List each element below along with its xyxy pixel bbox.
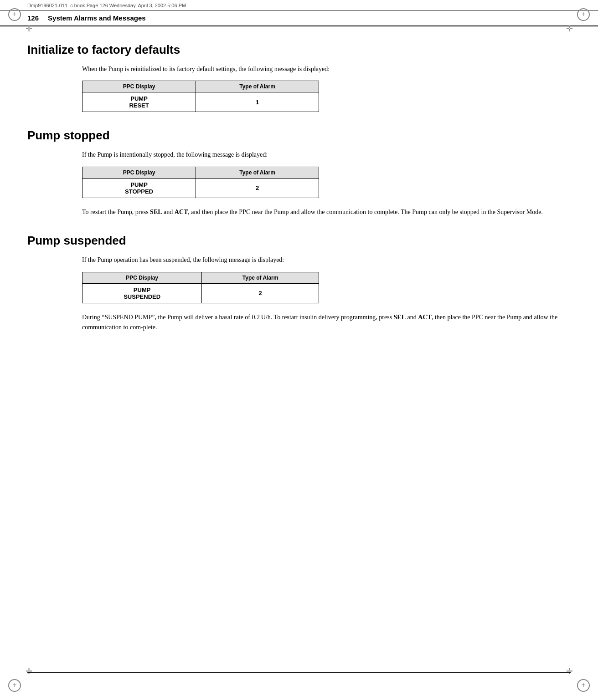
sel-bold-1: SEL bbox=[150, 209, 162, 215]
intro-pump-stopped: If the Pump is intentionally stopped, th… bbox=[0, 150, 598, 160]
cell-ppc-display-3: PUMP SUSPENDED bbox=[82, 283, 202, 303]
cell-line2: STOPPED bbox=[125, 188, 153, 195]
table-row: PUMP SUSPENDED 2 bbox=[82, 283, 319, 303]
table-wrapper-pump-suspended: PPC Display Type of Alarm PUMP SUSPENDED… bbox=[0, 272, 598, 303]
cell-line1: PUMP bbox=[130, 95, 148, 102]
cell-line1: PUMP bbox=[130, 181, 148, 188]
table-wrapper-initialize: PPC Display Type of Alarm PUMP RESET 1 bbox=[0, 81, 598, 112]
chapter-title: System Alarms and Messages bbox=[48, 14, 146, 22]
cell-ppc-display-1: PUMP RESET bbox=[82, 92, 196, 112]
cross-mark-top-left: ✛ bbox=[24, 24, 34, 34]
col-header-type-alarm-2: Type of Alarm bbox=[196, 167, 319, 178]
cell-alarm-type-3: 2 bbox=[202, 283, 319, 303]
cell-line2: SUSPENDED bbox=[124, 293, 160, 300]
table-wrapper-pump-stopped: PPC Display Type of Alarm PUMP STOPPED 2 bbox=[0, 167, 598, 198]
file-info: Dmp9196021-011_c.book Page 126 Wednesday… bbox=[27, 3, 186, 8]
sel-bold-2: SEL bbox=[394, 314, 406, 321]
cell-alarm-type-1: 1 bbox=[196, 92, 319, 112]
table-pump-stopped: PPC Display Type of Alarm PUMP STOPPED 2 bbox=[82, 167, 319, 198]
cell-ppc-display-2: PUMP STOPPED bbox=[82, 178, 196, 198]
after-text-pump-suspended: During “SUSPEND PUMP”, the Pump will del… bbox=[0, 312, 598, 333]
top-bar: Dmp9196021-011_c.book Page 126 Wednesday… bbox=[0, 0, 598, 10]
reg-mark-top-left bbox=[8, 8, 21, 21]
cross-mark-bottom-left: ✛ bbox=[24, 666, 34, 676]
cell-line1: PUMP bbox=[134, 286, 151, 293]
intro-pump-suspended: If the Pump operation has been suspended… bbox=[0, 255, 598, 265]
col-header-type-alarm-1: Type of Alarm bbox=[196, 81, 319, 92]
heading-pump-suspended: Pump suspended bbox=[0, 234, 598, 248]
bottom-rule bbox=[27, 672, 571, 673]
col-header-ppc-display-3: PPC Display bbox=[82, 272, 202, 283]
reg-mark-top-right bbox=[577, 8, 590, 21]
heading-initialize: Initialize to factory defaults bbox=[0, 43, 598, 57]
heading-pump-stopped: Pump stopped bbox=[0, 128, 598, 143]
cell-line2: RESET bbox=[129, 102, 149, 109]
cell-alarm-type-2: 2 bbox=[196, 178, 319, 198]
page-header: 126 System Alarms and Messages bbox=[0, 10, 598, 26]
reg-mark-bottom-right bbox=[577, 679, 590, 692]
act-bold-2: ACT bbox=[418, 314, 432, 321]
page-container: ✛ ✛ ✛ ✛ Dmp9196021-011_c.book Page 126 W… bbox=[0, 0, 598, 700]
after-text-pump-stopped: To restart the Pump, press SEL and ACT, … bbox=[0, 207, 598, 217]
table-row: PUMP STOPPED 2 bbox=[82, 178, 319, 198]
col-header-ppc-display-2: PPC Display bbox=[82, 167, 196, 178]
col-header-ppc-display-1: PPC Display bbox=[82, 81, 196, 92]
table-initialize: PPC Display Type of Alarm PUMP RESET 1 bbox=[82, 81, 319, 112]
cross-mark-bottom-right: ✛ bbox=[564, 666, 574, 676]
page-number: 126 bbox=[27, 14, 39, 22]
col-header-type-alarm-3: Type of Alarm bbox=[202, 272, 319, 283]
intro-initialize: When the Pump is reinitialized to its fa… bbox=[0, 64, 598, 74]
reg-mark-bottom-left bbox=[8, 679, 21, 692]
table-row: PUMP RESET 1 bbox=[82, 92, 319, 112]
cross-mark-top-right: ✛ bbox=[564, 24, 574, 34]
table-pump-suspended: PPC Display Type of Alarm PUMP SUSPENDED… bbox=[82, 272, 319, 303]
act-bold-1: ACT bbox=[175, 209, 188, 215]
